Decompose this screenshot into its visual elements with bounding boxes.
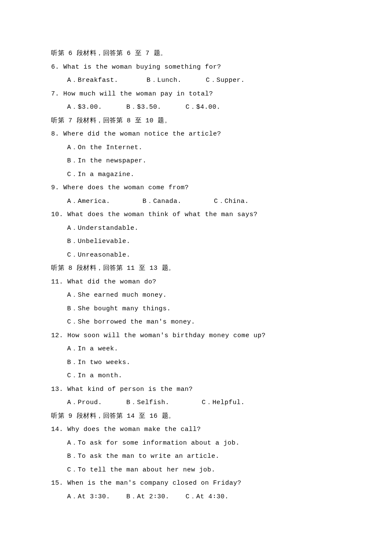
question-option: C．Unreasonable. <box>51 249 341 262</box>
question-text: 12. How soon will the woman's birthday m… <box>51 329 341 343</box>
question-text: 11. What did the woman do? <box>51 275 341 289</box>
question-number: 12. <box>51 332 63 339</box>
question-option: A．On the Internet. <box>51 141 341 155</box>
section-heading: 听第 9 段材料，回答第 14 至 16 题。 <box>51 410 341 423</box>
question-number: 8. <box>51 130 59 138</box>
question-number: 7. <box>51 90 59 98</box>
question-text: 14. Why does the woman make the call? <box>51 423 341 436</box>
question-option: C．In a month. <box>51 369 341 383</box>
question-option: C．She borrowed the man's money. <box>51 315 341 329</box>
question-options: A．$3.00. B．$3.50. C．$4.00. <box>51 101 341 114</box>
question-body: How much will the woman pay in total? <box>63 90 213 98</box>
question-number: 6. <box>51 64 59 71</box>
question-option: A．To ask for some information about a jo… <box>51 436 341 450</box>
exam-page: 听第 6 段材料，回答第 6 至 7 题。 6. What is the wom… <box>0 0 392 555</box>
question-text: 15. When is the man's company closed on … <box>51 477 341 490</box>
question-option: B．She bought many things. <box>51 302 341 316</box>
question-option: A．In a week. <box>51 342 341 356</box>
question-body: What did the woman do? <box>67 278 156 286</box>
question-body: What kind of person is the man? <box>67 386 193 393</box>
question-options: A．At 3∶30. B．At 2∶30. C．At 4∶30. <box>51 490 341 504</box>
question-text: 13. What kind of person is the man? <box>51 383 341 396</box>
question-number: 15. <box>51 480 63 487</box>
question-body: What does the woman think of what the ma… <box>67 211 258 218</box>
question-number: 11. <box>51 278 63 286</box>
question-body: Why does the woman make the call? <box>67 426 201 433</box>
question-options: A．Proud. B．Selfish. C．Helpful. <box>51 396 341 410</box>
question-number: 9. <box>51 184 59 191</box>
question-text: 8. Where did the woman notice the articl… <box>51 127 341 141</box>
question-option: C．In a magazine. <box>51 168 341 182</box>
question-option: A．She earned much money. <box>51 289 341 302</box>
question-text: 9. Where does the woman come from? <box>51 181 341 195</box>
question-number: 10. <box>51 211 63 218</box>
question-option: C．To tell the man about her new job. <box>51 463 341 477</box>
question-option: B．In the newspaper. <box>51 154 341 168</box>
question-text: 7. How much will the woman pay in total? <box>51 87 341 101</box>
question-option: B．In two weeks. <box>51 356 341 370</box>
question-option: A．Understandable. <box>51 222 341 235</box>
section-heading: 听第 7 段材料，回答第 8 至 10 题。 <box>51 114 341 128</box>
section-heading: 听第 8 段材料，回答第 11 至 13 题。 <box>51 262 341 275</box>
question-body: When is the man's company closed on Frid… <box>67 480 242 487</box>
question-options: A．Breakfast. B．Lunch. C．Supper. <box>51 74 341 87</box>
question-option: B．Unbelievable. <box>51 235 341 249</box>
question-body: How soon will the woman's birthday money… <box>67 332 266 339</box>
question-body: What is the woman buying something for? <box>63 64 222 71</box>
question-number: 14. <box>51 426 63 433</box>
question-option: B．To ask the man to write an article. <box>51 450 341 463</box>
section-heading: 听第 6 段材料，回答第 6 至 7 题。 <box>51 47 341 61</box>
question-text: 6. What is the woman buying something fo… <box>51 61 341 74</box>
question-options: A．America. B．Canada. C．China. <box>51 195 341 208</box>
question-body: Where does the woman come from? <box>63 184 189 191</box>
question-text: 10. What does the woman think of what th… <box>51 208 341 222</box>
question-number: 13. <box>51 386 63 393</box>
question-body: Where did the woman notice the article? <box>63 130 222 138</box>
